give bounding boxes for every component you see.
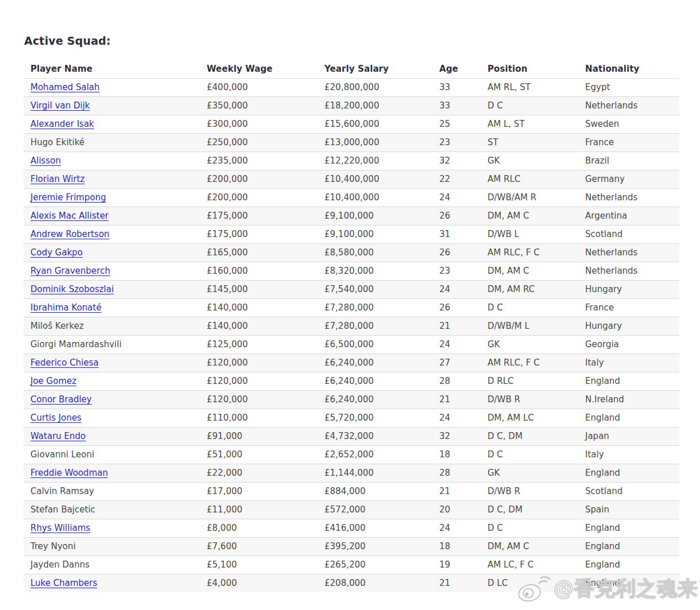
yearly-salary-cell: £10,400,000 xyxy=(318,170,432,189)
player-link[interactable]: Curtis Jones xyxy=(30,413,82,423)
nationality-cell: Germany xyxy=(578,170,679,189)
player-name-cell: Luke Chambers xyxy=(24,574,200,593)
yearly-salary-cell: £6,240,000 xyxy=(318,372,432,391)
position-cell: AM RLC, F C xyxy=(481,354,578,372)
position-cell: D/WB R xyxy=(481,483,578,501)
header-row: Player Name Weekly Wage Yearly Salary Ag… xyxy=(24,61,679,79)
nationality-cell: Scotland xyxy=(578,226,679,244)
weekly-wage-cell: £17,000 xyxy=(200,483,318,501)
age-cell: 33 xyxy=(432,97,481,115)
weekly-wage-cell: £11,000 xyxy=(200,501,318,519)
yearly-salary-cell: £6,240,000 xyxy=(318,354,432,372)
player-link[interactable]: Ryan Gravenberch xyxy=(30,266,110,276)
weekly-wage-cell: £145,000 xyxy=(200,281,318,299)
player-link[interactable]: Alexis Mac Allister xyxy=(30,211,109,221)
player-link[interactable]: Conor Bradley xyxy=(30,394,92,405)
age-cell: 24 xyxy=(432,336,481,354)
age-cell: 21 xyxy=(432,317,481,336)
age-cell: 19 xyxy=(432,556,481,574)
age-cell: 21 xyxy=(432,391,481,409)
player-link[interactable]: Virgil van Dijk xyxy=(30,100,90,111)
player-link[interactable]: Andrew Robertson xyxy=(30,229,110,239)
table-row: Curtis Jones£110,000£5,720,00024DM, AM L… xyxy=(24,409,679,428)
age-cell: 18 xyxy=(432,446,481,464)
position-cell: AM RL, ST xyxy=(481,79,578,97)
player-link[interactable]: Mohamed Salah xyxy=(30,82,100,92)
nationality-cell: Japan xyxy=(578,428,679,446)
position-cell: ST xyxy=(481,134,578,152)
player-link[interactable]: Florian Wirtz xyxy=(30,174,84,184)
yearly-salary-cell: £6,240,000 xyxy=(318,391,432,409)
age-cell: 33 xyxy=(432,79,481,97)
age-cell: 26 xyxy=(432,207,481,226)
table-row: Calvin Ramsay£17,000£884,00021D/WB RScot… xyxy=(24,483,679,501)
player-link[interactable]: Cody Gakpo xyxy=(30,247,83,258)
weekly-wage-cell: £125,000 xyxy=(200,336,318,354)
yearly-salary-cell: £395,200 xyxy=(318,538,432,556)
age-cell: 26 xyxy=(432,299,481,317)
player-name-cell: Joe Gomez xyxy=(24,372,200,391)
table-row: Rhys Williams£8,000£416,00024D CEngland xyxy=(24,519,679,538)
player-name-cell: Florian Wirtz xyxy=(24,170,200,189)
table-row: Alexis Mac Allister£175,000£9,100,00026D… xyxy=(24,207,679,226)
age-cell: 23 xyxy=(432,134,481,152)
position-cell: D C, DM xyxy=(481,428,578,446)
player-link[interactable]: Alexander Isak xyxy=(30,119,94,129)
table-row: Alisson£235,000£12,220,00032GKBrazil xyxy=(24,152,679,170)
yearly-salary-cell: £416,000 xyxy=(318,519,432,538)
player-name-cell: Miloš Kerkez xyxy=(24,317,200,336)
position-cell: D C xyxy=(481,519,578,538)
player-name-cell: Hugo Ekitiké xyxy=(24,134,200,152)
nationality-cell: France xyxy=(578,134,679,152)
position-cell: D/WB R xyxy=(481,391,578,409)
player-name-cell: Cody Gakpo xyxy=(24,244,200,262)
table-header: Player Name Weekly Wage Yearly Salary Ag… xyxy=(24,61,679,79)
player-name-cell: Giorgi Mamardashvili xyxy=(24,336,200,354)
yearly-salary-cell: £884,000 xyxy=(318,483,432,501)
age-cell: 21 xyxy=(432,574,481,593)
player-name-cell: Federico Chiesa xyxy=(24,354,200,372)
weekly-wage-cell: £140,000 xyxy=(200,317,318,336)
table-row: Federico Chiesa£120,000£6,240,00027AM RL… xyxy=(24,354,679,372)
table-row: Wataru Endo£91,000£4,732,00032D C, DMJap… xyxy=(24,428,679,446)
weekly-wage-cell: £200,000 xyxy=(200,170,318,189)
player-link[interactable]: Alisson xyxy=(30,156,61,166)
player-link[interactable]: Dominik Szoboszlai xyxy=(30,284,114,294)
yearly-salary-cell: £6,500,000 xyxy=(318,336,432,354)
player-link[interactable]: Joe Gomez xyxy=(30,376,76,386)
player-link[interactable]: Luke Chambers xyxy=(30,578,97,588)
position-cell: D C, DM xyxy=(481,501,578,519)
player-name-cell: Ryan Gravenberch xyxy=(24,262,200,281)
player-link[interactable]: Jeremie Frimpong xyxy=(30,192,106,203)
age-cell: 31 xyxy=(432,226,481,244)
table-row: Ibrahima Konaté£140,000£7,280,00026D CFr… xyxy=(24,299,679,317)
nationality-cell: Brazil xyxy=(578,152,679,170)
weekly-wage-cell: £51,000 xyxy=(200,446,318,464)
table-row: Ryan Gravenberch£160,000£8,320,00023DM, … xyxy=(24,262,679,281)
nationality-cell: Spain xyxy=(578,501,679,519)
weekly-wage-cell: £110,000 xyxy=(200,409,318,428)
yearly-salary-cell: £4,732,000 xyxy=(318,428,432,446)
yearly-salary-cell: £18,200,000 xyxy=(318,97,432,115)
nationality-cell: England xyxy=(578,464,679,483)
player-link[interactable]: Ibrahima Konaté xyxy=(30,302,102,313)
age-cell: 20 xyxy=(432,501,481,519)
player-link[interactable]: Rhys Williams xyxy=(30,523,90,533)
column-header-age: Age xyxy=(432,61,481,79)
position-cell: D C xyxy=(481,446,578,464)
nationality-cell: England xyxy=(578,409,679,428)
nationality-cell: England xyxy=(578,574,679,593)
nationality-cell: Netherlands xyxy=(578,189,679,207)
yearly-salary-cell: £20,800,000 xyxy=(318,79,432,97)
player-link[interactable]: Freddie Woodman xyxy=(30,468,108,478)
weekly-wage-cell: £8,000 xyxy=(200,519,318,538)
position-cell: D/WB/M L xyxy=(481,317,578,336)
player-name-cell: Rhys Williams xyxy=(24,519,200,538)
nationality-cell: Netherlands xyxy=(578,244,679,262)
weekly-wage-cell: £165,000 xyxy=(200,244,318,262)
player-link[interactable]: Federico Chiesa xyxy=(30,358,99,368)
table-row: Andrew Robertson£175,000£9,100,00031D/WB… xyxy=(24,226,679,244)
yearly-salary-cell: £7,280,000 xyxy=(318,317,432,336)
table-row: Joe Gomez£120,000£6,240,00028D RLCEnglan… xyxy=(24,372,679,391)
player-link[interactable]: Wataru Endo xyxy=(30,431,86,441)
